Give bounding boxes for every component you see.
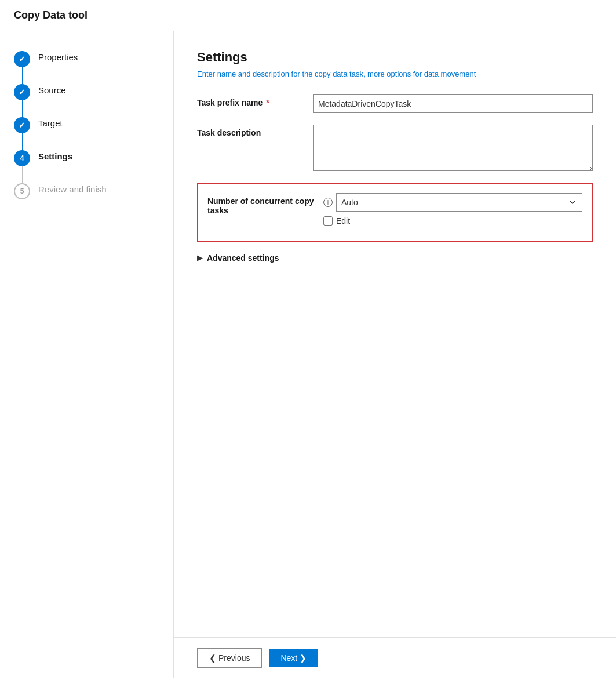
concurrent-info-row: i Auto 1 2 4 8 16 xyxy=(323,193,582,212)
step-circle-review: 5 xyxy=(14,183,30,199)
step-circle-settings: 4 xyxy=(14,150,30,166)
main-layout: ✓ Properties ✓ Source ✓ Target 4 S xyxy=(0,31,616,678)
concurrent-dropdown[interactable]: Auto 1 2 4 8 16 xyxy=(336,193,582,212)
step-circle-properties: ✓ xyxy=(14,51,30,67)
previous-button[interactable]: ❮ Previous xyxy=(197,648,262,668)
next-label: Next xyxy=(280,653,297,663)
sidebar-item-source[interactable]: ✓ Source xyxy=(14,83,159,116)
advanced-settings-label: Advanced settings xyxy=(207,253,279,263)
task-prefix-row: Task prefix name * xyxy=(197,94,593,113)
next-button[interactable]: Next ❯ xyxy=(269,649,318,667)
concurrent-controls: i Auto 1 2 4 8 16 xyxy=(323,193,582,226)
concurrent-row: Number of concurrent copy tasks i Auto 1… xyxy=(207,193,582,226)
next-chevron-icon: ❯ xyxy=(300,653,307,663)
edit-row: Edit xyxy=(323,216,582,226)
edit-checkbox[interactable] xyxy=(323,216,333,226)
content-title: Settings xyxy=(197,50,593,65)
sidebar-item-properties[interactable]: ✓ Properties xyxy=(14,50,159,83)
page-title: Copy Data tool xyxy=(14,9,602,21)
required-indicator: * xyxy=(266,98,269,107)
advanced-settings-row[interactable]: ▶ Advanced settings xyxy=(197,253,593,263)
content-subtitle: Enter name and description for the copy … xyxy=(197,70,593,78)
task-description-textarea[interactable] xyxy=(313,125,593,171)
task-description-row: Task description xyxy=(197,125,593,171)
concurrent-label: Number of concurrent copy tasks xyxy=(207,193,323,215)
edit-label: Edit xyxy=(336,216,350,226)
task-description-label: Task description xyxy=(197,125,313,137)
step-circle-target: ✓ xyxy=(14,117,30,133)
previous-chevron-icon: ❮ xyxy=(209,653,216,663)
sidebar-item-review[interactable]: 5 Review and finish xyxy=(14,182,159,215)
content-footer: ❮ Previous Next ❯ xyxy=(174,637,616,678)
sidebar-item-target[interactable]: ✓ Target xyxy=(14,116,159,149)
step-label-source: Source xyxy=(38,83,66,116)
step-label-target: Target xyxy=(38,116,63,149)
task-prefix-label: Task prefix name * xyxy=(197,94,313,107)
step-circle-source: ✓ xyxy=(14,84,30,100)
step-label-review: Review and finish xyxy=(38,182,107,215)
step-label-settings: Settings xyxy=(38,149,72,182)
chevron-right-icon: ▶ xyxy=(197,254,202,262)
concurrent-section: Number of concurrent copy tasks i Auto 1… xyxy=(197,183,593,242)
task-prefix-input[interactable] xyxy=(313,94,593,113)
content-body: Settings Enter name and description for … xyxy=(174,31,616,637)
step-label-properties: Properties xyxy=(38,50,78,83)
content-area: Settings Enter name and description for … xyxy=(174,31,616,678)
previous-label: Previous xyxy=(218,653,250,663)
sidebar: ✓ Properties ✓ Source ✓ Target 4 S xyxy=(0,31,174,678)
sidebar-item-settings[interactable]: 4 Settings xyxy=(14,149,159,182)
info-icon: i xyxy=(323,198,333,207)
page-header: Copy Data tool xyxy=(0,0,616,31)
